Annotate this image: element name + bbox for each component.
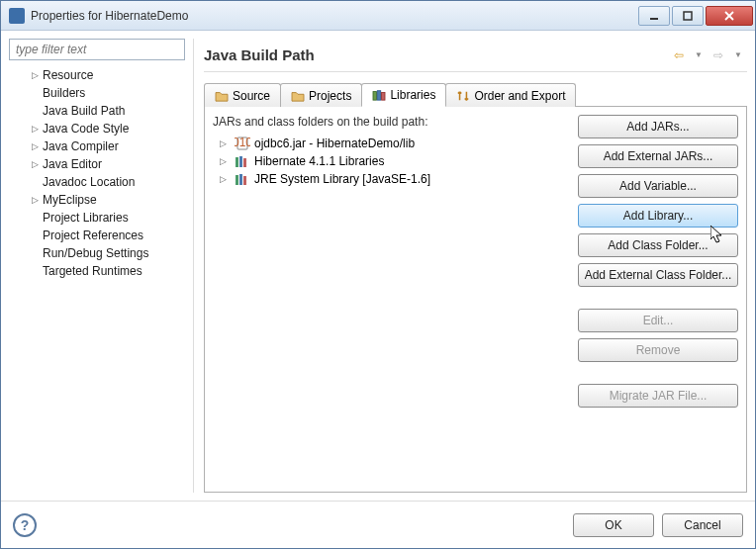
svg-rect-14	[243, 176, 246, 185]
tree-item-builders[interactable]: Builders	[9, 84, 185, 102]
svg-rect-1	[684, 12, 692, 20]
maximize-button[interactable]	[672, 6, 704, 26]
library-icon	[235, 172, 250, 186]
category-tree[interactable]: ▷Resource Builders Java Build Path ▷Java…	[9, 66, 185, 493]
tree-item-targeted-runtimes[interactable]: Targeted Runtimes	[9, 262, 185, 280]
sidebar: ▷Resource Builders Java Build Path ▷Java…	[9, 39, 185, 493]
minimize-button[interactable]	[638, 6, 670, 26]
add-variable-button[interactable]: Add Variable...	[578, 174, 738, 198]
library-item[interactable]: ▷ JRE System Library [JavaSE-1.6]	[213, 170, 570, 188]
library-item[interactable]: ▷ 010 ojdbc6.jar - HibernateDemo/lib	[213, 135, 570, 152]
tab-projects[interactable]: Projects	[280, 83, 362, 107]
back-menu-icon[interactable]: ▼	[690, 46, 708, 64]
forward-menu-icon[interactable]: ▼	[729, 46, 747, 64]
add-external-jars-button[interactable]: Add External JARs...	[578, 144, 738, 168]
svg-text:010: 010	[235, 137, 250, 149]
chevron-right-icon: ▷	[29, 140, 41, 152]
tree-item-java-build-path[interactable]: Java Build Path	[9, 102, 185, 120]
button-column: Add JARs... Add External JARs... Add Var…	[578, 115, 738, 484]
chevron-right-icon: ▷	[29, 158, 41, 170]
filter-input[interactable]	[9, 39, 185, 60]
libraries-caption: JARs and class folders on the build path…	[213, 115, 570, 129]
svg-rect-10	[239, 156, 242, 167]
tab-source[interactable]: Source	[204, 83, 281, 107]
library-item[interactable]: ▷ Hibernate 4.1.1 Libraries	[213, 152, 570, 170]
projects-icon	[291, 90, 305, 102]
tab-order-export[interactable]: Order and Export	[445, 83, 576, 107]
tree-item-javadoc-location[interactable]: Javadoc Location	[9, 173, 185, 191]
svg-rect-13	[239, 174, 242, 185]
tree-item-project-references[interactable]: Project References	[9, 227, 185, 244]
back-arrow-icon[interactable]: ⇦	[670, 46, 688, 64]
tab-content: JARs and class folders on the build path…	[204, 107, 747, 493]
add-external-class-folder-button[interactable]: Add External Class Folder...	[578, 263, 738, 287]
nav-arrows: ⇦ ▼ ⇨ ▼	[670, 46, 747, 64]
libraries-icon	[372, 89, 386, 101]
source-icon	[215, 90, 229, 102]
svg-rect-6	[382, 92, 385, 100]
help-icon[interactable]: ?	[13, 513, 37, 537]
tree-item-myeclipse[interactable]: ▷MyEclipse	[9, 191, 185, 209]
svg-rect-4	[373, 92, 376, 101]
tab-libraries[interactable]: Libraries	[361, 83, 446, 107]
chevron-right-icon: ▷	[217, 137, 229, 149]
chevron-right-icon: ▷	[217, 173, 229, 185]
chevron-right-icon: ▷	[217, 155, 229, 167]
svg-rect-12	[236, 175, 238, 185]
main-panel: Java Build Path ⇦ ▼ ⇨ ▼ Source Projects	[193, 39, 747, 493]
window-title: Properties for HibernateDemo	[31, 9, 636, 23]
cancel-button[interactable]: Cancel	[662, 513, 743, 537]
svg-rect-9	[236, 157, 238, 167]
svg-rect-5	[378, 91, 381, 100]
tree-item-java-code-style[interactable]: ▷Java Code Style	[9, 120, 185, 137]
ok-button[interactable]: OK	[573, 513, 654, 537]
header-row: Java Build Path ⇦ ▼ ⇨ ▼	[204, 39, 747, 72]
tree-item-project-libraries[interactable]: Project Libraries	[9, 209, 185, 227]
titlebar[interactable]: Properties for HibernateDemo	[1, 1, 755, 31]
dialog-window: Properties for HibernateDemo ▷Resource B…	[0, 0, 756, 549]
tree-item-resource[interactable]: ▷Resource	[9, 66, 185, 84]
add-jars-button[interactable]: Add JARs...	[578, 115, 738, 138]
chevron-right-icon: ▷	[29, 123, 41, 135]
chevron-right-icon: ▷	[29, 194, 41, 206]
jar-icon: 010	[235, 137, 250, 150]
edit-button[interactable]: Edit...	[578, 309, 738, 332]
tree-item-run-debug-settings[interactable]: Run/Debug Settings	[9, 244, 185, 262]
forward-arrow-icon[interactable]: ⇨	[709, 46, 727, 64]
libraries-tree[interactable]: ▷ 010 ojdbc6.jar - HibernateDemo/lib ▷ H…	[213, 135, 570, 484]
svg-rect-11	[243, 158, 246, 167]
page-title: Java Build Path	[204, 46, 670, 63]
add-library-button[interactable]: Add Library...	[578, 204, 738, 228]
library-icon	[235, 154, 250, 168]
migrate-jar-button[interactable]: Migrate JAR File...	[578, 384, 738, 408]
app-icon	[9, 8, 25, 24]
libraries-column: JARs and class folders on the build path…	[213, 115, 570, 484]
add-class-folder-button[interactable]: Add Class Folder...	[578, 233, 738, 257]
dialog-body: ▷Resource Builders Java Build Path ▷Java…	[1, 31, 755, 501]
tree-item-java-compiler[interactable]: ▷Java Compiler	[9, 137, 185, 155]
order-export-icon	[456, 90, 470, 102]
tab-strip: Source Projects Libraries Order and Expo…	[204, 82, 747, 107]
close-button[interactable]	[706, 6, 753, 26]
chevron-right-icon: ▷	[29, 69, 41, 81]
dialog-footer: ? OK Cancel	[1, 501, 755, 548]
remove-button[interactable]: Remove	[578, 338, 738, 362]
tree-item-java-editor[interactable]: ▷Java Editor	[9, 155, 185, 173]
